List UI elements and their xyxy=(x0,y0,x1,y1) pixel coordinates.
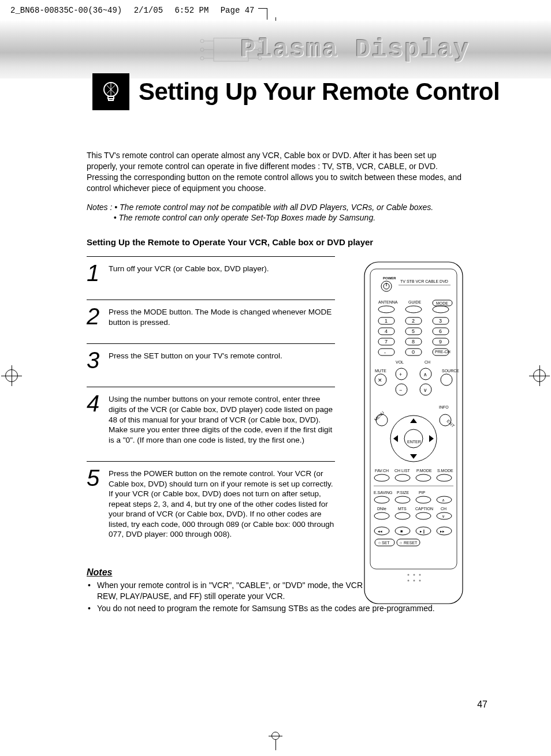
svg-text:■: ■ xyxy=(400,529,403,533)
steps-list: 1 Turn off your VCR (or Cable box, DVD p… xyxy=(87,256,335,556)
svg-point-120 xyxy=(414,580,415,582)
step-text: Press the SET button on your TV's remote… xyxy=(109,350,282,370)
registration-mark-right xyxy=(531,369,548,387)
svg-rect-0 xyxy=(214,38,248,61)
svg-text:SET: SET xyxy=(382,541,390,545)
svg-text:E.SAVING: E.SAVING xyxy=(374,491,393,495)
registration-mark-bottom xyxy=(271,732,280,751)
step-number: 1 xyxy=(87,263,103,283)
svg-text:SOURCE: SOURCE xyxy=(442,369,459,373)
print-time: 6:52 PM xyxy=(174,6,209,15)
page-title: Setting Up Your Remote Control xyxy=(139,78,500,106)
svg-text:1: 1 xyxy=(385,318,388,324)
step-text: Turn off your VCR (or Cable box, DVD pla… xyxy=(109,263,269,283)
svg-rect-16 xyxy=(364,262,463,604)
svg-text:PRE-CH: PRE-CH xyxy=(435,350,451,354)
svg-point-119 xyxy=(408,580,409,582)
svg-text:3: 3 xyxy=(439,318,442,324)
circuit-decoration xyxy=(191,27,295,73)
svg-text:▸▸: ▸▸ xyxy=(440,529,445,533)
svg-text:GUIDE: GUIDE xyxy=(408,300,422,304)
svg-point-1 xyxy=(200,39,204,43)
svg-text:DNIe: DNIe xyxy=(377,507,386,511)
svg-text:+: + xyxy=(399,372,402,377)
svg-text:CH: CH xyxy=(441,507,446,511)
step-number: 5 xyxy=(87,467,103,540)
svg-text:P.SIZE: P.SIZE xyxy=(397,491,409,495)
inline-notes-label: Notes : xyxy=(87,203,112,212)
page-number: 47 xyxy=(477,699,487,710)
svg-point-3 xyxy=(200,57,204,60)
intro-paragraph: This TV's remote control can operate alm… xyxy=(87,150,468,194)
svg-point-117 xyxy=(414,574,415,576)
svg-text:ENTER: ENTER xyxy=(407,440,421,444)
registration-mark-left xyxy=(3,369,20,387)
svg-text:○: ○ xyxy=(400,541,402,545)
svg-text:6: 6 xyxy=(439,328,442,334)
crop-mark-icon xyxy=(258,8,267,20)
lightbulb-icon xyxy=(92,73,129,110)
svg-text:−: − xyxy=(399,387,402,393)
svg-point-116 xyxy=(408,574,409,576)
svg-text:PIP: PIP xyxy=(419,491,426,495)
svg-text:5: 5 xyxy=(412,328,415,334)
svg-text:RESET: RESET xyxy=(404,541,418,545)
remote-control-illustration: .lbl{font:7px Arial;fill:#000;} .lblb{fo… xyxy=(361,260,466,606)
step-number: 2 xyxy=(87,306,103,327)
remote-modes: TV STB VCR CABLE DVD xyxy=(400,279,448,283)
step-1: 1 Turn off your VCR (or Cable box, DVD p… xyxy=(87,256,335,300)
step-text: Using the number buttons on your remote … xyxy=(109,393,335,445)
svg-text:MODE: MODE xyxy=(436,301,448,305)
svg-text:0: 0 xyxy=(412,349,415,355)
svg-text:2: 2 xyxy=(412,318,415,324)
step-text: Press the MODE button. The Mode is chang… xyxy=(109,306,335,327)
svg-text:∨: ∨ xyxy=(442,514,445,518)
svg-text:◂◂: ◂◂ xyxy=(378,529,382,533)
svg-point-118 xyxy=(419,574,421,576)
inline-note-1: The remote control may not be compatible… xyxy=(120,203,433,212)
svg-text:○: ○ xyxy=(378,541,381,545)
step-5: 5 Press the POWER button on the remote c… xyxy=(87,461,335,556)
print-date: 2/1/05 xyxy=(134,6,163,15)
svg-text:VOL: VOL xyxy=(396,360,404,364)
svg-text:✕: ✕ xyxy=(378,377,382,383)
print-page: Page 47 xyxy=(221,6,255,15)
step-2: 2 Press the MODE button. The Mode is cha… xyxy=(87,300,335,343)
svg-text:FAV.CH: FAV.CH xyxy=(375,469,389,473)
step-text: Press the POWER button on the remote con… xyxy=(109,467,335,540)
header-banner: Plasma Display xyxy=(0,21,551,78)
title-block: Setting Up Your Remote Control xyxy=(92,73,500,110)
svg-text:▸❙: ▸❙ xyxy=(420,529,426,534)
svg-point-121 xyxy=(419,580,421,582)
svg-text:CH: CH xyxy=(425,360,430,364)
svg-text:P.MODE: P.MODE xyxy=(416,469,432,473)
svg-text:7: 7 xyxy=(385,339,388,345)
svg-text:MUTE: MUTE xyxy=(375,369,386,373)
svg-text:S.MODE: S.MODE xyxy=(437,469,453,473)
svg-text:∨: ∨ xyxy=(423,387,427,393)
step-4: 4 Using the number buttons on your remot… xyxy=(87,387,335,461)
svg-text:CAPTION: CAPTION xyxy=(415,507,433,511)
subheading: Setting Up the Remote to Operate Your VC… xyxy=(87,237,468,247)
svg-text:4: 4 xyxy=(385,328,388,334)
svg-point-7 xyxy=(258,39,262,43)
svg-text:INFO: INFO xyxy=(439,405,449,409)
svg-text:∧: ∧ xyxy=(442,498,445,502)
inline-note-2: The remote control can only operate Set-… xyxy=(118,213,375,222)
inline-notes: Notes : • The remote control may not be … xyxy=(87,202,468,224)
svg-text:∧: ∧ xyxy=(423,372,427,377)
svg-text:CH LIST: CH LIST xyxy=(394,469,411,473)
svg-point-8 xyxy=(258,48,262,51)
remote-power-label: POWER xyxy=(383,276,396,280)
step-3: 3 Press the SET button on your TV's remo… xyxy=(87,343,335,387)
svg-rect-15 xyxy=(109,99,113,100)
step-number: 4 xyxy=(87,393,103,445)
svg-text:8: 8 xyxy=(412,339,415,345)
step-number: 3 xyxy=(87,350,103,370)
svg-text:9: 9 xyxy=(439,339,442,345)
svg-point-9 xyxy=(258,57,262,60)
svg-text:-: - xyxy=(384,350,386,355)
svg-text:ANTENNA: ANTENNA xyxy=(378,300,398,304)
svg-point-2 xyxy=(200,48,204,51)
svg-text:MTS: MTS xyxy=(398,507,407,511)
